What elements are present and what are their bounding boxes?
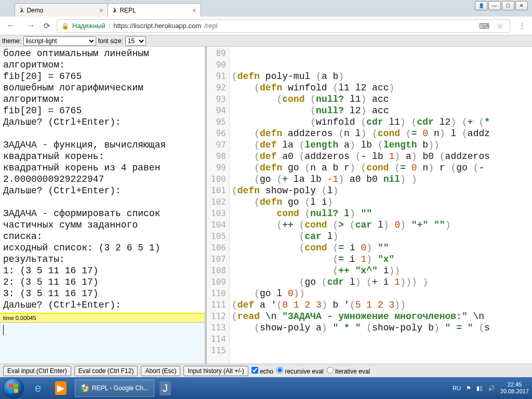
bottom-toolbar: Eval input (Ctrl Enter) Eval code (Ctrl …: [0, 364, 532, 377]
system-clock[interactable]: 22:45 20.08.2017: [500, 381, 529, 395]
browser-tabstrip: λ Demo × λ REPL ×: [0, 0, 532, 17]
task-title: REPL - Google Ch...: [92, 384, 149, 392]
tab-repl[interactable]: λ REPL ×: [108, 3, 201, 17]
url-path: /repl: [204, 22, 217, 30]
echo-checkbox[interactable]: echo: [251, 367, 273, 375]
language-indicator[interactable]: RU: [453, 385, 461, 391]
svg-point-6: [83, 387, 87, 390]
svg-rect-3: [14, 389, 18, 393]
close-icon[interactable]: ×: [192, 6, 196, 15]
code-pane: 89 90 91 92 93 94 95 96 97 98 99 100 101…: [207, 47, 532, 364]
line-gutter: 89 90 91 92 93 94 95 96 97 98 99 100 101…: [207, 47, 230, 364]
tab-label: Demo: [26, 7, 43, 14]
forward-button[interactable]: →: [24, 20, 37, 31]
tab-label: REPL: [119, 7, 136, 14]
svg-rect-2: [9, 389, 13, 393]
eval-code-button[interactable]: Eval code (Ctrl F12): [74, 366, 138, 376]
history-button[interactable]: Input history (Alt +/-): [183, 366, 248, 376]
code-editor[interactable]: (defn poly-mul (a b) (defn winfold (l1 l…: [230, 47, 532, 364]
output-pane: более оптимальным линейным алгоритмом: f…: [0, 47, 207, 364]
user-button[interactable]: 👤: [475, 1, 487, 10]
svg-rect-1: [14, 383, 18, 388]
close-window-button[interactable]: ✕: [515, 1, 528, 10]
browser-menu-button[interactable]: ⋮: [516, 22, 528, 30]
editor-toolbar: theme: liscript-light font size: 15: [0, 35, 532, 47]
bookmark-icon[interactable]: ☆: [495, 22, 506, 30]
recursive-radio[interactable]: recursive eval: [276, 367, 323, 375]
lock-icon: 🔒: [61, 22, 69, 30]
reload-button[interactable]: ⟳: [44, 21, 50, 31]
taskbar-chrome[interactable]: REPL - Google Ch...: [75, 379, 154, 397]
tray-flag-icon[interactable]: ⚑: [466, 385, 471, 392]
media-icon[interactable]: ▶: [50, 379, 72, 397]
close-icon[interactable]: ×: [99, 6, 103, 15]
repl-input[interactable]: [0, 322, 205, 364]
ie-icon[interactable]: e: [27, 379, 49, 397]
maximize-button[interactable]: ☐: [502, 1, 514, 10]
fontsize-label: font size:: [98, 37, 123, 45]
svg-rect-0: [9, 383, 13, 388]
theme-label: theme:: [2, 37, 21, 45]
minimize-button[interactable]: —: [488, 1, 501, 10]
app-icon[interactable]: J: [154, 379, 176, 397]
omnibox[interactable]: 🔒 Надежный | https://liscript.herokuapp.…: [57, 19, 510, 33]
iterative-radio[interactable]: iterative eval: [327, 367, 370, 375]
output-text[interactable]: более оптимальным линейным алгоритмом: f…: [0, 47, 205, 313]
windows-taskbar: e ▶ REPL - Google Ch... J RU ⚑ ▮▯ 🔊 22:4…: [0, 377, 532, 399]
lambda-icon: λ: [20, 6, 23, 15]
status-bar: time 0.00045: [0, 313, 205, 322]
eval-input-button[interactable]: Eval input (Ctrl Enter): [3, 366, 71, 376]
translate-icon[interactable]: ⌨: [477, 22, 491, 30]
tray-network-icon[interactable]: ▮▯: [476, 385, 483, 392]
tab-demo[interactable]: λ Demo ×: [15, 3, 108, 17]
theme-select[interactable]: liscript-light: [23, 36, 96, 46]
lambda-icon: λ: [113, 6, 116, 15]
back-button[interactable]: ←: [4, 20, 18, 31]
start-button[interactable]: [3, 378, 24, 398]
secure-label: Надежный: [72, 22, 105, 30]
abort-button[interactable]: Abort (Esc): [141, 366, 180, 376]
address-bar: ← → ⟳ 🔒 Надежный | https://liscript.hero…: [0, 17, 532, 35]
fontsize-select[interactable]: 15: [125, 36, 146, 46]
tray-volume-icon[interactable]: 🔊: [488, 385, 495, 392]
url-host: https://liscript.herokuapp.com: [113, 22, 201, 30]
